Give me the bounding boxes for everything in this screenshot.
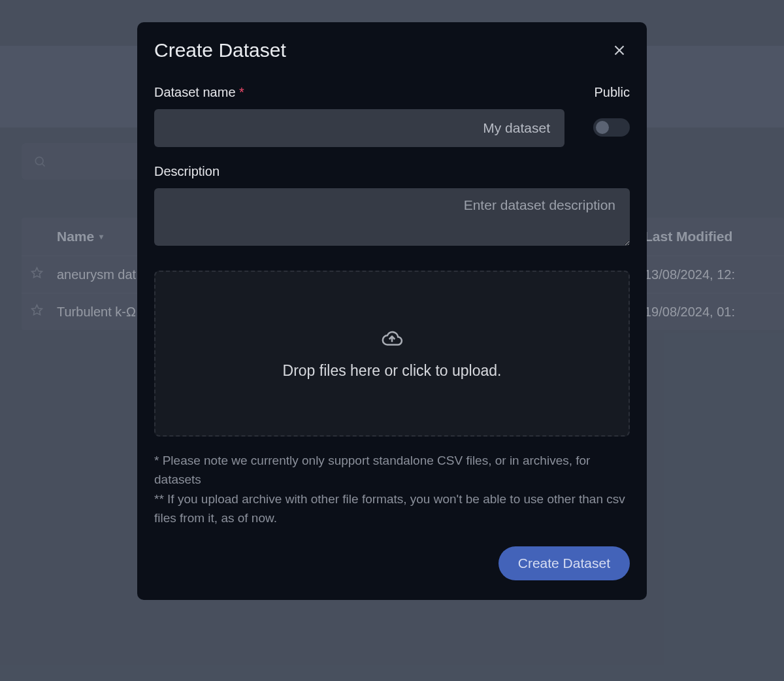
create-dataset-modal: Create Dataset Dataset name * Public Des… <box>137 22 647 600</box>
required-asterisk: * <box>239 85 244 99</box>
description-textarea[interactable] <box>154 188 630 246</box>
public-label: Public <box>584 85 630 100</box>
dataset-name-input[interactable] <box>154 109 564 147</box>
description-label: Description <box>154 164 630 179</box>
close-button[interactable] <box>609 40 630 61</box>
modal-overlay[interactable]: Create Dataset Dataset name * Public Des… <box>0 0 784 681</box>
public-toggle[interactable] <box>593 118 630 137</box>
cloud-upload-icon <box>379 328 405 350</box>
create-dataset-button[interactable]: Create Dataset <box>498 546 630 580</box>
upload-note: * Please note we currently only support … <box>154 451 630 528</box>
modal-title: Create Dataset <box>154 39 286 61</box>
dataset-name-label-text: Dataset name <box>154 85 236 99</box>
dropzone-text: Drop files here or click to upload. <box>283 362 502 380</box>
close-icon <box>611 42 628 59</box>
note-line-2: ** If you upload archive with other file… <box>154 490 630 528</box>
file-dropzone[interactable]: Drop files here or click to upload. <box>154 271 630 437</box>
note-line-1: * Please note we currently only support … <box>154 451 630 490</box>
dataset-name-label: Dataset name * <box>154 85 564 100</box>
